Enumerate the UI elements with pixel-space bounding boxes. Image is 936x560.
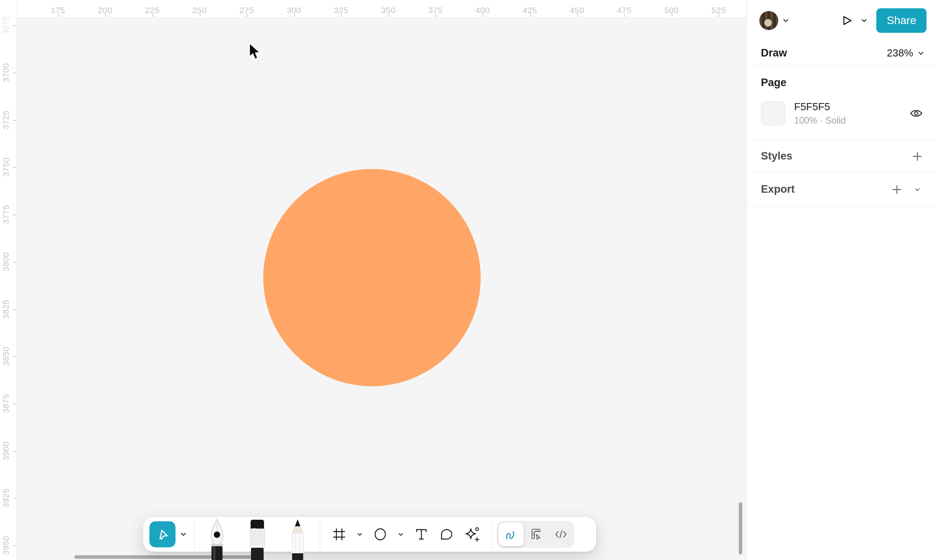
export-heading: Export <box>761 183 795 195</box>
avatar-chevron-icon[interactable] <box>781 16 790 25</box>
ruler-label: 3750 <box>1 158 11 177</box>
horizontal-ruler[interactable]: 1752002252502753003253503754004254504755… <box>0 0 746 18</box>
zoom-chevron-icon <box>917 49 925 57</box>
plus-icon <box>891 183 903 196</box>
ruler-tick <box>294 13 295 17</box>
ruler-tick <box>530 13 531 17</box>
ruler-label: 3775 <box>1 205 11 224</box>
sidebar-header: Share <box>747 0 936 41</box>
mouse-cursor-icon <box>247 42 263 62</box>
ai-actions-button[interactable] <box>463 523 481 545</box>
sparkle-plus-icon <box>463 526 481 543</box>
ruler-tick <box>388 13 389 17</box>
move-tool-options-chevron-icon[interactable] <box>179 526 188 542</box>
text-tool-button[interactable] <box>413 523 430 545</box>
ruler-tick <box>13 25 17 26</box>
pen-tool-button[interactable] <box>204 519 230 560</box>
mode-title: Draw <box>761 47 787 59</box>
shape-tool-chevron-icon[interactable] <box>397 523 405 545</box>
user-avatar[interactable] <box>759 11 790 30</box>
ruler-tick <box>13 356 17 357</box>
mode-zoom-row: Draw 238% <box>747 41 936 66</box>
fill-info: F5F5F5 100% · Solid <box>794 101 845 126</box>
chevron-down-icon <box>914 186 921 193</box>
right-sidebar: Share Draw 238% Page F5F5F5 100% · Solid <box>746 0 936 560</box>
figma-draw-app: 1752002252502753003253503754004254504755… <box>0 0 936 560</box>
brush-tool-button[interactable] <box>245 519 270 560</box>
ruler-tick <box>247 13 247 17</box>
export-options-chevron[interactable] <box>910 182 925 197</box>
ruler-tick <box>13 498 17 499</box>
page-section: Page F5F5F5 100% · Solid <box>747 66 936 140</box>
ruler-label: 3875 <box>1 394 11 413</box>
ruler-tick <box>436 13 436 17</box>
ruler-tick <box>719 13 719 17</box>
ruler-tick <box>483 13 483 17</box>
ruler-label: 3850 <box>1 347 11 366</box>
avatar-image <box>759 11 778 30</box>
move-cursor-icon <box>155 527 170 541</box>
ruler-label: 3925 <box>1 489 11 508</box>
dev-mode-button[interactable] <box>549 522 573 546</box>
ellipse-icon <box>372 526 388 542</box>
ruler-tick <box>13 120 17 121</box>
draw-toolbar <box>143 517 596 552</box>
code-icon <box>554 527 568 541</box>
eye-icon <box>909 107 923 119</box>
ruler-tick <box>13 451 17 452</box>
scribble-icon <box>504 527 518 541</box>
styles-actions <box>910 149 925 164</box>
ruler-tick <box>13 167 17 168</box>
draw-mode-button[interactable] <box>498 522 524 546</box>
fill-color-swatch[interactable] <box>761 101 785 126</box>
ruler-corner <box>0 0 17 18</box>
move-tool-button[interactable] <box>149 521 176 547</box>
ruler-label: 3725 <box>1 110 11 130</box>
canvas[interactable]: 1752002252502753003253503754004254504755… <box>0 0 746 560</box>
ruler-tick <box>341 13 342 17</box>
ruler-tick <box>13 262 17 263</box>
styles-section-row[interactable]: Styles <box>747 140 936 173</box>
vertical-ruler[interactable]: 3675370037253750377538003825385038753900… <box>0 0 17 560</box>
ellipse-shape[interactable] <box>263 169 481 386</box>
frame-tool-button[interactable] <box>330 523 348 545</box>
ruler-tick <box>577 13 578 17</box>
ruler-tick <box>200 13 200 17</box>
present-button[interactable] <box>838 12 856 29</box>
ruler-cursor-icon <box>529 527 543 541</box>
export-section-row[interactable]: Export <box>747 173 936 206</box>
shape-tool-button[interactable] <box>372 523 389 545</box>
comment-tool-button[interactable] <box>438 523 455 545</box>
ruler-tick <box>624 13 625 17</box>
frame-tool-chevron-icon[interactable] <box>356 523 364 545</box>
comment-bubble-icon <box>439 527 454 542</box>
page-section-heading: Page <box>761 77 925 89</box>
mode-switcher <box>497 521 574 548</box>
share-button[interactable]: Share <box>876 8 927 33</box>
styles-heading: Styles <box>761 150 793 162</box>
fill-hex-value[interactable]: F5F5F5 <box>794 101 845 113</box>
ruler-tick <box>105 13 106 17</box>
add-export-button[interactable] <box>889 182 904 197</box>
zoom-level: 238% <box>887 47 913 59</box>
ruler-tick <box>13 545 17 546</box>
add-style-button[interactable] <box>910 149 925 164</box>
ruler-tick <box>13 309 17 310</box>
page-fill-row[interactable]: F5F5F5 100% · Solid <box>761 101 925 126</box>
pencil-tool-button[interactable] <box>285 519 310 560</box>
ruler-label: 3675 <box>1 16 11 35</box>
fill-visibility-button[interactable] <box>908 105 925 122</box>
ruler-tick <box>13 214 17 215</box>
ruler-tick <box>13 73 17 73</box>
ruler-tick <box>58 13 59 17</box>
design-mode-button[interactable] <box>525 522 548 546</box>
plus-icon <box>911 150 924 163</box>
ruler-label: 3825 <box>1 299 11 319</box>
vertical-scrollbar[interactable] <box>739 502 742 554</box>
zoom-menu-button[interactable]: 238% <box>887 47 925 59</box>
ruler-tick <box>152 13 153 17</box>
frame-icon <box>332 527 346 541</box>
ruler-label: 3700 <box>1 63 11 83</box>
present-options-chevron-icon[interactable] <box>860 16 868 25</box>
ruler-tick <box>672 13 672 17</box>
